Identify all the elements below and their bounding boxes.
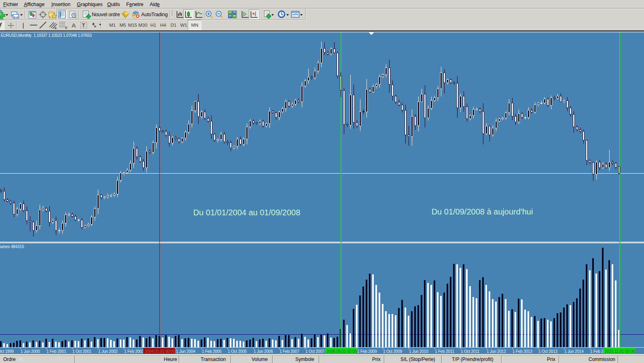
svg-text:EURUSD,Monthly 1.10337 1.1052: EURUSD,Monthly 1.10337 1.10523 1.07048 1… (1, 33, 92, 38)
svg-text:1 Oct 1999: 1 Oct 1999 (0, 349, 14, 354)
svg-text:1 Oct 2009: 1 Oct 2009 (383, 349, 402, 354)
svg-text:Du 01/09/2008 à aujourd'hui: Du 01/09/2008 à aujourd'hui (432, 207, 533, 216)
svg-text:Volumes 484315: Volumes 484315 (0, 244, 24, 249)
svg-text:1 Jun 2014: 1 Jun 2014 (564, 349, 584, 354)
svg-text:1 Oct 2011: 1 Oct 2011 (461, 349, 480, 354)
svg-text:1 Jun 2002: 1 Jun 2002 (98, 349, 118, 354)
svg-text:E: E (55, 26, 57, 30)
svg-text:Du 01/01/2004 au 01/09/2008: Du 01/01/2004 au 01/09/2008 (193, 208, 301, 217)
svg-text:1 Feb 2011: 1 Feb 2011 (435, 349, 454, 354)
svg-text:1 Jun 2004: 1 Jun 2004 (176, 349, 195, 354)
svg-text:1 Feb 2007: 1 Feb 2007 (280, 349, 299, 354)
svg-text:T: T (82, 22, 85, 28)
svg-text:1 Oct 2001: 1 Oct 2001 (72, 349, 92, 354)
svg-text:1 Feb 2001: 1 Feb 2001 (47, 349, 66, 354)
svg-text:2015.11.01 00:00: 2015.11.01 00:00 (605, 349, 635, 354)
svg-text:1 Jun 2010: 1 Jun 2010 (409, 349, 428, 354)
svg-text:1 Oct 2007: 1 Oct 2007 (305, 349, 325, 354)
svg-text:1 Oct 2013: 1 Oct 2013 (538, 349, 558, 354)
svg-text:1 Feb 2013: 1 Feb 2013 (513, 349, 532, 354)
svg-text:2004.01.01 00:00: 2004.01.01 00:00 (145, 349, 175, 354)
svg-text:1 Feb 2005: 1 Feb 2005 (202, 349, 222, 354)
svg-text:F: F (66, 26, 68, 30)
svg-text:2008.09.01 00:00: 2008.09.01 00:00 (326, 349, 357, 354)
svg-text:1 Feb 2009: 1 Feb 2009 (357, 349, 377, 354)
svg-text:1 Oct 2005: 1 Oct 2005 (228, 349, 247, 354)
svg-text:A: A (72, 22, 76, 29)
svg-text:1 Jun 2006: 1 Jun 2006 (254, 349, 273, 354)
svg-text:1 Jun 2000: 1 Jun 2000 (21, 349, 40, 354)
svg-text:1 Jun 2012: 1 Jun 2012 (487, 349, 506, 354)
svg-text:1 Feb 2003: 1 Feb 2003 (124, 349, 144, 354)
